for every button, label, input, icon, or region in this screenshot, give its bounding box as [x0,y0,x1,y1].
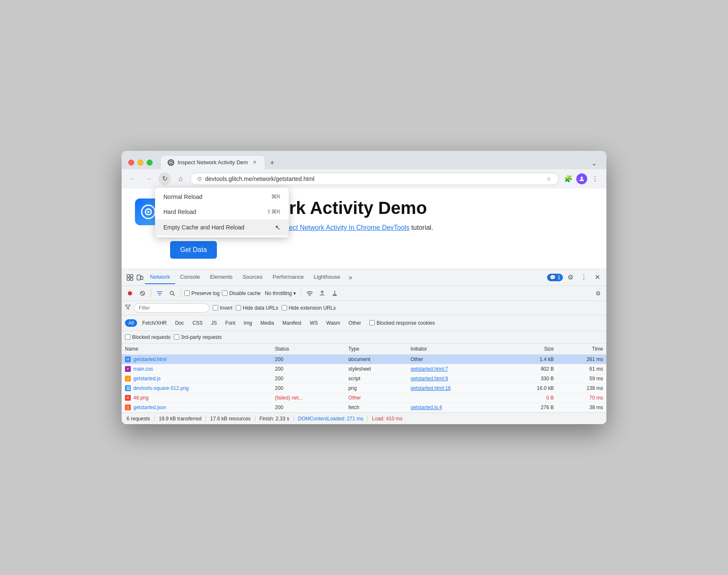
extensions-button[interactable]: 🧩 [562,173,575,185]
filter-doc[interactable]: Doc [172,319,187,327]
tab-performance[interactable]: Performance [267,270,308,284]
table-row[interactable]: J getstarted.js 200scriptgetstarted.html… [122,374,606,384]
resource-icon: {} [125,405,131,410]
svg-point-1 [170,162,172,163]
tab-list-button[interactable]: ⌄ [588,158,600,169]
forward-button[interactable]: → [143,173,155,185]
preserve-log-checkbox[interactable] [184,290,190,296]
clear-button[interactable] [137,288,148,298]
filter-ws[interactable]: WS [306,319,321,327]
status-bar: 6 requests 18.9 kB transferred 17.6 kB r… [122,412,606,424]
preserve-log-label[interactable]: Preserve log [184,290,219,296]
back-button[interactable]: ← [127,173,139,185]
devtools-settings-button[interactable]: ⚙ [565,272,576,283]
devtools-tutorial-link[interactable]: Inspect Network Activity In Chrome DevTo… [276,224,409,231]
cell-status: 200 [272,364,345,374]
device-toolbar-button[interactable] [135,272,145,282]
tab-close-button[interactable]: ✕ [251,159,258,166]
invert-label[interactable]: Invert [213,305,232,311]
third-party-label[interactable]: 3rd-party requests [174,334,221,340]
table-row[interactable]: {} getstarted.json 200fetchgetstarted.js… [122,403,606,412]
subtitle-suffix: tutorial. [410,224,433,231]
blocked-cookies-label[interactable]: Blocked response cookies [369,320,435,326]
toolbar-separator-1 [151,290,151,297]
table-row[interactable]: # main.css 200stylesheetgetstarted.html:… [122,364,606,374]
table-row[interactable]: 🖼 devtools-square-512.png 200pnggetstart… [122,384,606,393]
hide-ext-urls-checkbox[interactable] [282,305,287,310]
network-settings-button[interactable]: ⚙ [593,288,603,298]
cell-size: 802 B [507,364,557,374]
filter-css[interactable]: CSS [189,319,206,327]
hide-data-urls-label[interactable]: Hide data URLs [236,305,278,311]
tab-console[interactable]: Console [175,270,205,284]
maximize-button[interactable] [147,160,153,165]
download-icon-btn[interactable] [330,288,340,298]
disable-cache-label[interactable]: Disable cache [222,290,260,296]
tab-sources[interactable]: Sources [238,270,268,284]
home-button[interactable]: ⌂ [174,173,187,185]
profile-avatar[interactable] [576,173,587,184]
reload-button[interactable]: ↻ [158,173,171,185]
filter-other[interactable]: Other [345,319,364,327]
initiator-link[interactable]: getstarted.html:7 [410,366,448,372]
hide-data-urls-checkbox[interactable] [236,305,241,310]
devtools-more-button[interactable]: ⋮ [578,272,590,283]
close-button[interactable] [128,160,134,165]
table-row[interactable]: ✕ 48.png (failed) net...Other0 B70 ms [122,393,606,403]
initiator-link[interactable]: getstarted.js:4 [410,405,442,410]
filter-fetch-xhr[interactable]: Fetch/XHR [139,319,170,327]
filter-all[interactable]: All [125,319,137,327]
inspect-element-button[interactable] [125,272,135,282]
throttling-select[interactable]: No throttling ▾ [263,290,298,297]
hide-ext-urls-label[interactable]: Hide extension URLs [282,305,336,311]
disable-cache-checkbox[interactable] [222,290,227,296]
filter-manifest[interactable]: Manifest [279,319,305,327]
new-tab-button[interactable]: + [266,158,278,169]
filter-toggle-button[interactable] [155,288,165,298]
filter-js[interactable]: JS [208,319,220,327]
filter-font[interactable]: Font [222,319,239,327]
cell-status: (failed) net... [272,393,345,403]
blocked-requests-label[interactable]: Blocked requests [125,334,171,340]
upload-icon-btn[interactable] [317,288,327,298]
cell-size: 16.0 kB [507,384,557,393]
online-indicator[interactable] [305,288,315,298]
table-row[interactable]: H getstarted.html 200documentOther1.4 kB… [122,355,606,364]
devtools-close-button[interactable]: ✕ [591,272,603,283]
tab-lighthouse[interactable]: Lighthouse [309,270,346,284]
console-count: 1 [557,275,560,280]
hard-reload-item[interactable]: Hard Reload ⇧⌘R [155,204,289,219]
initiator-link[interactable]: getstarted.html:9 [410,376,448,382]
console-badge: 💬 1 [547,274,563,281]
cell-initiator: getstarted.html:16 [407,384,507,393]
tab-network[interactable]: Network [145,270,175,284]
invert-checkbox[interactable] [213,305,218,310]
filter-media[interactable]: Media [257,319,277,327]
active-tab[interactable]: Inspect Network Activity Dem ✕ [161,156,265,169]
third-party-checkbox[interactable] [174,334,179,340]
search-button[interactable] [167,288,177,298]
svg-rect-10 [137,275,140,280]
bookmark-icon[interactable]: ☆ [546,176,552,182]
empty-cache-item[interactable]: Empty Cache and Hard Reload ↖ [155,219,289,236]
address-text: devtools.glitch.me/network/getstarted.ht… [205,176,543,182]
filter-wasm[interactable]: Wasm [323,319,344,327]
tabs-more-button[interactable]: » [345,272,356,283]
cell-initiator: getstarted.js:4 [407,403,507,412]
get-data-button[interactable]: Get Data [170,241,217,259]
filter-input[interactable] [134,303,209,313]
more-tools-button[interactable]: ⋮ [589,173,601,185]
filter-img[interactable]: Img [240,319,255,327]
normal-reload-item[interactable]: Normal Reload ⌘R [155,189,289,204]
tab-elements[interactable]: Elements [205,270,237,284]
blocked-cookies-checkbox[interactable] [369,320,375,326]
cell-type: Other [345,393,407,403]
minimize-button[interactable] [137,160,143,165]
address-bar[interactable]: ⊙ devtools.glitch.me/network/getstarted.… [190,173,559,185]
record-button[interactable] [125,288,135,298]
blocked-requests-checkbox[interactable] [125,334,130,340]
svg-line-14 [141,292,144,295]
resource-icon: H [125,356,131,362]
filter-funnel-icon [125,304,131,311]
initiator-link[interactable]: getstarted.html:16 [410,385,451,391]
